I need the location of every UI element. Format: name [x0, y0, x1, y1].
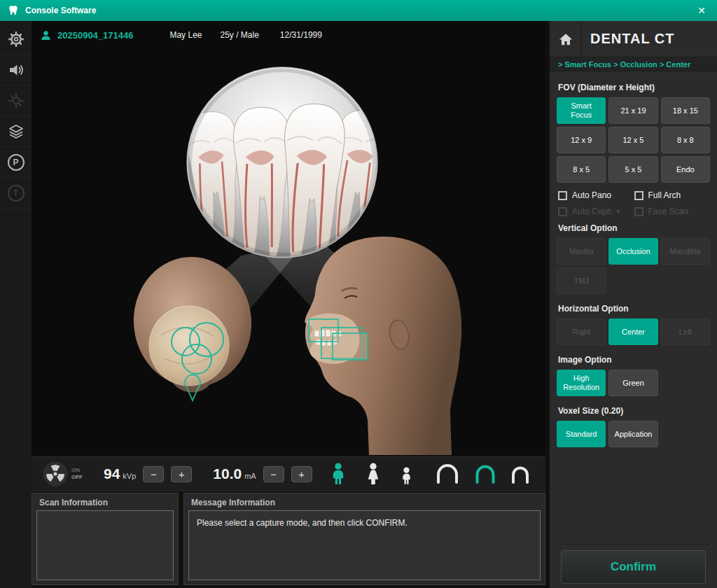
- app-window: Console Software ✕: [0, 0, 717, 588]
- information-row: Scan Information Message Information Ple…: [32, 491, 545, 588]
- main-column: 20250904_171446 May Lee 25y / Male 12/31…: [32, 21, 545, 588]
- right-panel-header: DENTAL CT: [550, 21, 717, 57]
- message-information-title: Message Information: [184, 493, 545, 510]
- sidebar-item-beam-indicator: [0, 85, 32, 116]
- ct-visualization: [32, 21, 545, 455]
- image-option-label: Image Option: [558, 355, 710, 365]
- voxel-size-grid: Standard Application: [557, 421, 710, 447]
- right-panel-content: FOV (Diameter x Height) Smart Focus 21 x…: [550, 71, 717, 588]
- full-arch-label: Full Arch: [648, 190, 681, 200]
- auto-pano-label: Auto Pano: [572, 190, 611, 200]
- sidebar-item-settings[interactable]: [0, 24, 32, 55]
- voxel-application-button[interactable]: Application: [608, 421, 657, 447]
- xray-toggle[interactable]: ON OFF: [43, 461, 83, 486]
- fov-8x5-button[interactable]: 8 x 5: [557, 156, 606, 183]
- tooth-icon: [7, 4, 20, 17]
- vertical-option-label: Vertical Option: [558, 223, 710, 233]
- kvp-group: 94 kVp − +: [104, 465, 192, 482]
- fov-endo-button[interactable]: Endo: [661, 156, 710, 183]
- message-information-content: Please select a capture mode, and then c…: [188, 510, 541, 580]
- scan-information-content: [36, 510, 174, 580]
- kvp-decrease-button[interactable]: −: [143, 466, 164, 482]
- ma-group: 10.0 mA − +: [213, 465, 312, 482]
- fov-grid: Smart Focus 21 x 19 18 x 15 12 x 9 12 x …: [557, 97, 710, 183]
- confirm-button[interactable]: Confirm: [561, 550, 706, 584]
- face-scan-checkbox: Face Scan: [634, 206, 711, 216]
- scan-information-title: Scan Information: [32, 493, 178, 510]
- mode-checkboxes: Auto Pano Full Arch Auto Ceph ▾ Face Sca…: [558, 190, 710, 216]
- tool-t-icon: T: [8, 185, 25, 202]
- face-scan-checkbox-box: [634, 207, 643, 216]
- arch-large-icon[interactable]: [435, 464, 460, 484]
- auto-ceph-checkbox-box: [558, 207, 567, 216]
- window-title: Console Software: [25, 6, 96, 15]
- vertical-option-grid: Maxilla Occlusion Mandible TMJ: [557, 238, 710, 294]
- ct-viewport: 20250904_171446 May Lee 25y / Male 12/31…: [32, 21, 545, 455]
- kvp-value: 94: [104, 465, 120, 482]
- ma-value: 10.0: [213, 465, 242, 482]
- full-arch-checkbox[interactable]: Full Arch: [634, 190, 711, 200]
- arch-medium-icon[interactable]: [474, 465, 496, 484]
- image-green-button[interactable]: Green: [608, 370, 657, 396]
- kvp-unit: kVp: [123, 472, 136, 480]
- page-title: DENTAL CT: [590, 31, 674, 47]
- arch-size-selector: [435, 464, 530, 484]
- vertical-occlusion-button[interactable]: Occlusion: [608, 238, 657, 265]
- breadcrumb: > Smart Focus > Occlusion > Center: [550, 57, 717, 71]
- arch-small-icon[interactable]: [510, 466, 530, 484]
- ma-unit: mA: [244, 472, 256, 480]
- kvp-increase-button[interactable]: +: [171, 466, 192, 482]
- sidebar-item-layers[interactable]: [0, 116, 32, 147]
- on-label: ON: [71, 467, 83, 474]
- left-sidebar: P T: [0, 21, 32, 588]
- voxel-size-label: Voxel Size (0.20): [558, 406, 710, 416]
- fov-21x19-button[interactable]: 21 x 19: [608, 97, 657, 124]
- off-label: OFF: [71, 474, 83, 481]
- fov-smart-focus-button[interactable]: Smart Focus: [557, 97, 606, 124]
- image-option-grid: High Resolution Green: [557, 370, 710, 396]
- horizontal-left-button: Left: [661, 318, 710, 345]
- beam-indicator-icon: [8, 92, 25, 109]
- close-icon[interactable]: ✕: [693, 3, 710, 18]
- image-high-resolution-button[interactable]: High Resolution: [557, 370, 606, 396]
- horizontal-option-label: Horizontal Option: [558, 304, 710, 314]
- auto-pano-checkbox[interactable]: Auto Pano: [558, 190, 634, 200]
- vertical-tmj-button: TMJ: [557, 267, 606, 294]
- right-panel: DENTAL CT > Smart Focus > Occlusion > Ce…: [550, 21, 717, 588]
- vertical-maxilla-button: Maxilla: [557, 238, 606, 265]
- voxel-standard-button[interactable]: Standard: [557, 421, 606, 447]
- settings-gear-icon: [8, 31, 25, 48]
- fov-18x15-button[interactable]: 18 x 15: [661, 97, 710, 124]
- woman-icon[interactable]: [364, 463, 382, 485]
- body: P T 20250904_171446 May Lee 25y / Male 1…: [0, 21, 717, 588]
- fov-8x8-button[interactable]: 8 x 8: [661, 127, 710, 153]
- sidebar-item-volume[interactable]: [0, 55, 32, 85]
- vertical-mandible-button: Mandible: [661, 238, 710, 265]
- fov-5x5-button[interactable]: 5 x 5: [608, 156, 657, 183]
- auto-pano-checkbox-box: [558, 191, 567, 200]
- home-icon: [558, 31, 573, 47]
- ma-decrease-button[interactable]: −: [263, 466, 284, 482]
- title-bar: Console Software ✕: [0, 0, 717, 21]
- child-icon[interactable]: [399, 467, 414, 485]
- home-button[interactable]: [550, 21, 582, 57]
- fov-section-label: FOV (Diameter x Height): [558, 83, 710, 92]
- auto-ceph-checkbox: Auto Ceph ▾: [558, 206, 634, 216]
- sidebar-item-protocol[interactable]: P: [0, 147, 32, 178]
- fov-12x9-button[interactable]: 12 x 9: [557, 127, 606, 153]
- scan-information-panel: Scan Information: [32, 493, 179, 585]
- volume-icon: [8, 62, 25, 78]
- adult-icon[interactable]: [329, 463, 347, 485]
- radiation-icon: [43, 461, 68, 486]
- patient-size-selector: [329, 463, 414, 485]
- ma-increase-button[interactable]: +: [291, 466, 312, 482]
- full-arch-checkbox-box: [634, 191, 643, 200]
- protocol-p-icon: P: [8, 154, 25, 171]
- fov-12x5-button[interactable]: 12 x 5: [608, 127, 657, 153]
- horizontal-option-grid: Right Center Left: [557, 318, 710, 345]
- horizontal-center-button[interactable]: Center: [608, 318, 657, 345]
- layers-icon: [8, 123, 25, 140]
- exposure-bar: ON OFF 94 kVp − + 10.0 mA − +: [32, 456, 545, 491]
- xray-on-off: ON OFF: [71, 467, 83, 481]
- horizontal-right-button: Right: [557, 318, 606, 345]
